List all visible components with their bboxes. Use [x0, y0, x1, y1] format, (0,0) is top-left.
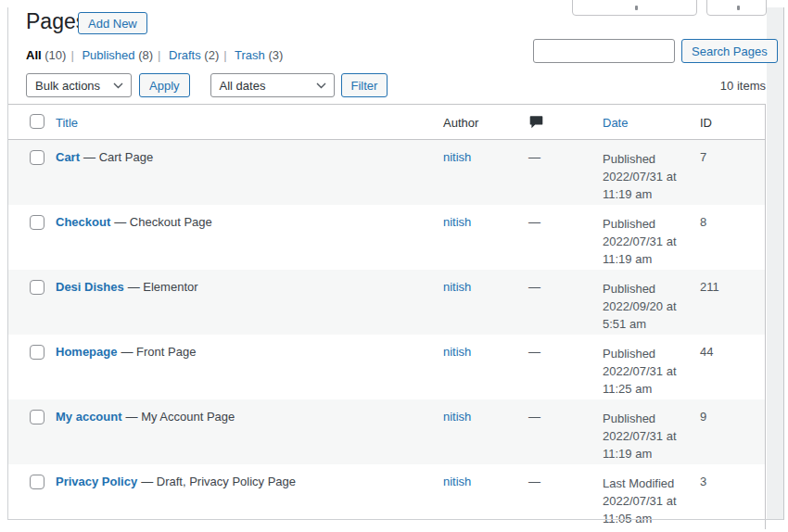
page-id: 7 [700, 150, 706, 164]
items-count: 10 items [720, 79, 766, 93]
pages-list-table: Title Author Date ID Cart— Cart Page nit… [8, 104, 766, 529]
author-link[interactable]: nitish [443, 280, 471, 294]
select-all-checkbox[interactable] [30, 114, 44, 129]
add-new-button[interactable]: Add New [78, 12, 147, 34]
post-state: — Front Page [121, 345, 196, 359]
row-checkbox[interactable] [30, 345, 44, 360]
tab-text-fragment [737, 6, 740, 10]
page-id: 44 [700, 345, 713, 359]
table-body: Cart— Cart Page nitish — Published2022/0… [8, 140, 765, 529]
separator: | [223, 48, 226, 62]
post-state: — Checkout Page [114, 215, 212, 229]
page-id: 8 [700, 215, 706, 229]
page-id: 3 [700, 475, 706, 488]
search-input[interactable] [533, 39, 675, 63]
comments-count: — [528, 410, 540, 424]
dates-filter-select[interactable]: All dates [210, 73, 335, 97]
date-cell: Last Modified2022/07/31 at11:05 am [603, 475, 677, 527]
separator: | [158, 48, 160, 62]
row-checkbox[interactable] [30, 215, 44, 230]
view-published[interactable]: Published (8) [82, 48, 153, 62]
post-state: — Cart Page [83, 150, 153, 164]
page-title-link[interactable]: My account [56, 410, 122, 424]
post-state: — Elementor [128, 280, 198, 294]
page-id: 9 [700, 410, 706, 424]
date-cell: Published2022/07/31 at11:19 am [603, 215, 677, 268]
page-id: 211 [700, 280, 719, 294]
author-link[interactable]: nitish [443, 475, 471, 488]
view-filter-links: All (10)| Published (8)| Drafts (2)| Tra… [26, 48, 283, 62]
partial-top-tab-left[interactable] [572, 0, 697, 16]
column-header-id: ID [700, 116, 712, 130]
comments-count: — [528, 280, 540, 294]
partial-top-tab-right[interactable] [706, 0, 767, 16]
page-title-link[interactable]: Checkout [56, 215, 110, 229]
view-trash[interactable]: Trash (3) [235, 48, 283, 62]
table-row-privacy-policy: Privacy Policy— Draft, Privacy Policy Pa… [8, 464, 765, 529]
table-row-homepage: Homepage— Front Page nitish — Published2… [8, 335, 765, 399]
column-header-author: Author [443, 116, 478, 130]
date-cell: Published2022/07/31 at11:19 am [603, 150, 677, 203]
table-header-row: Title Author Date ID [8, 105, 765, 140]
column-header-title[interactable]: Title [56, 116, 78, 130]
comments-count: — [528, 345, 540, 359]
column-header-date[interactable]: Date [603, 116, 628, 130]
date-cell: Published2022/07/31 at11:25 am [603, 345, 677, 398]
tablenav-top: Bulk actions Apply All dates Filter [26, 73, 388, 97]
table-row-my-account: My account— My Account Page nitish — Pub… [8, 399, 765, 464]
page-title-link[interactable]: Homepage [56, 345, 117, 359]
comments-count: — [528, 475, 540, 488]
page-title-link[interactable]: Desi Dishes [56, 280, 124, 294]
author-link[interactable]: nitish [443, 150, 471, 164]
post-state: — My Account Page [126, 410, 235, 424]
comments-count: — [528, 150, 540, 164]
author-link[interactable]: nitish [443, 215, 471, 229]
date-cell: Published2022/07/31 at11:19 am [603, 410, 677, 462]
search-pages-button[interactable]: Search Pages [681, 39, 778, 63]
table-row-checkout: Checkout— Checkout Page nitish — Publish… [8, 205, 765, 270]
row-checkbox[interactable] [30, 150, 44, 165]
table-row-desi-dishes: Desi Dishes— Elementor nitish — Publishe… [8, 270, 765, 335]
filter-button[interactable]: Filter [341, 73, 388, 97]
page-title-link[interactable]: Cart [56, 150, 80, 164]
author-link[interactable]: nitish [443, 410, 471, 424]
author-link[interactable]: nitish [443, 345, 471, 359]
chevron-down-icon [113, 82, 123, 89]
separator: | [70, 48, 73, 62]
bulk-actions-select[interactable]: Bulk actions [26, 73, 132, 97]
row-checkbox[interactable] [30, 475, 44, 489]
chevron-down-icon [316, 82, 326, 89]
page-title-link[interactable]: Privacy Policy [56, 475, 137, 488]
row-checkbox[interactable] [30, 410, 44, 424]
apply-button[interactable]: Apply [139, 73, 190, 97]
tab-text-fragment [635, 6, 638, 10]
comments-count: — [528, 215, 540, 229]
table-row-cart: Cart— Cart Page nitish — Published2022/0… [8, 140, 765, 205]
post-state: — Draft, Privacy Policy Page [141, 475, 296, 488]
row-checkbox[interactable] [30, 280, 44, 295]
view-all[interactable]: All (10) [26, 48, 66, 62]
date-cell: Published2022/09/20 at5:51 am [603, 280, 677, 333]
page-background-strip [767, 7, 783, 520]
comment-bubble-icon[interactable] [528, 114, 544, 133]
view-drafts[interactable]: Drafts (2) [169, 48, 219, 62]
